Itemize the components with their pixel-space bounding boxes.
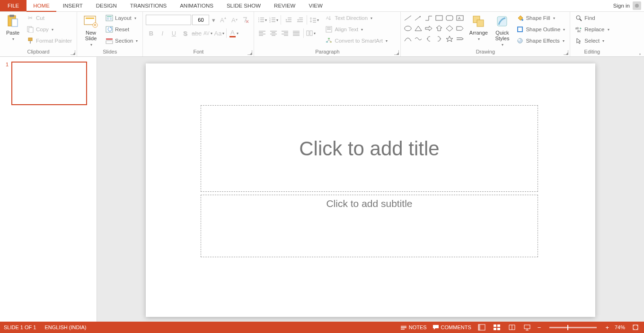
line-spacing-button[interactable]: ▾ <box>309 15 319 25</box>
increase-indent-button[interactable] <box>294 15 305 25</box>
find-button[interactable]: Find <box>573 13 611 23</box>
select-icon <box>575 37 582 45</box>
shape-roundrect-icon[interactable] <box>445 15 454 21</box>
shadow-button[interactable]: S <box>180 28 190 38</box>
char-spacing-button[interactable]: AV▾ <box>203 28 213 38</box>
underline-button[interactable]: U <box>168 28 179 38</box>
shape-triangle-icon[interactable] <box>414 25 423 32</box>
zoom-level[interactable]: 74% <box>615 324 625 330</box>
format-painter-button[interactable]: Format Painter <box>25 36 74 46</box>
slide-counter[interactable]: SLIDE 1 OF 1 <box>4 324 36 330</box>
reset-button[interactable]: Reset <box>104 24 140 35</box>
columns-button[interactable]: ▾ <box>306 28 316 38</box>
svg-point-79 <box>518 39 520 41</box>
subtitle-placeholder[interactable]: Click to add subtitle <box>201 195 538 257</box>
shape-diamond-icon[interactable] <box>445 25 454 32</box>
font-family-select[interactable] <box>146 15 191 25</box>
align-left-button[interactable] <box>257 28 267 38</box>
smartart-button[interactable]: Convert to SmartArt▾ <box>323 36 389 46</box>
shape-curve-icon[interactable] <box>404 36 412 42</box>
grow-font-button[interactable]: A▴ <box>218 15 228 25</box>
shape-rect-icon[interactable] <box>435 15 443 21</box>
new-slide-button[interactable]: ✦ New Slide ▾ <box>80 13 102 48</box>
reset-label: Reset <box>115 27 129 32</box>
sign-in[interactable]: Sign in <box>610 0 644 11</box>
fit-to-window-button[interactable] <box>631 323 640 332</box>
slide-canvas-area[interactable]: Click to add title Click to add subtitle <box>97 57 644 322</box>
shape-arrow-icon[interactable] <box>414 15 423 21</box>
zoom-in-button[interactable]: + <box>605 324 609 331</box>
slide-thumbnail-1[interactable]: 1 <box>6 62 91 105</box>
cut-button[interactable]: ✂Cut <box>25 13 74 23</box>
tab-review[interactable]: REVIEW <box>267 0 302 11</box>
find-label: Find <box>584 15 595 21</box>
normal-view-button[interactable] <box>477 323 486 332</box>
quick-styles-button[interactable]: Quick Styles▾ <box>492 13 512 48</box>
layout-button[interactable]: Layout▾ <box>104 13 140 23</box>
bold-button[interactable]: B <box>146 28 156 38</box>
tab-design[interactable]: DESIGN <box>89 0 124 11</box>
shape-rbrace-icon[interactable] <box>435 36 443 42</box>
select-button[interactable]: Select▾ <box>573 36 611 46</box>
bullets-button[interactable]: ▾ <box>257 15 267 25</box>
numbering-button[interactable]: 123▾ <box>268 15 279 25</box>
text-direction-button[interactable]: AText Direction▾ <box>323 13 389 23</box>
shapes-gallery[interactable]: A <box>404 15 465 45</box>
shape-effects-button[interactable]: Shape Effects▾ <box>514 36 567 46</box>
reading-view-button[interactable] <box>507 323 517 332</box>
arrange-button[interactable]: Arrange▾ <box>467 13 490 42</box>
zoom-slider[interactable] <box>549 327 597 328</box>
group-font: ▾ A▴ A▾ B I U S abc AV▾ Aa▾ A▾ Font <box>143 12 254 56</box>
tab-transitions[interactable]: TRANSITIONS <box>124 0 173 11</box>
decrease-indent-button[interactable] <box>283 15 293 25</box>
tab-insert[interactable]: INSERT <box>56 0 89 11</box>
shape-connector-icon[interactable] <box>414 36 423 42</box>
change-case-button[interactable]: Aa▾ <box>214 28 224 38</box>
strikethrough-button[interactable]: abc <box>191 28 202 38</box>
slideshow-view-button[interactable] <box>522 323 532 332</box>
tab-file[interactable]: FILE <box>0 0 26 11</box>
dialog-launcher[interactable] <box>247 50 252 55</box>
section-button[interactable]: Section▾ <box>104 36 140 46</box>
dialog-launcher[interactable] <box>394 50 399 55</box>
font-color-button[interactable]: A▾ <box>229 28 239 38</box>
clear-formatting-button[interactable] <box>240 15 251 25</box>
tab-animations[interactable]: ANIMATIONS <box>173 0 220 11</box>
italic-button[interactable]: I <box>157 28 168 38</box>
shape-fill-button[interactable]: Shape Fill▾ <box>514 13 567 23</box>
dropdown-caret-icon: ▾ <box>12 36 14 42</box>
tab-view[interactable]: VIEW <box>302 0 329 11</box>
align-text-button[interactable]: Align Text▾ <box>323 24 389 35</box>
shape-oval-icon[interactable] <box>404 25 412 32</box>
tab-home[interactable]: HOME <box>26 0 56 12</box>
comments-toggle[interactable]: COMMENTS <box>432 324 471 330</box>
notes-toggle[interactable]: NOTES <box>400 324 427 330</box>
collapse-ribbon-button[interactable]: ˬ <box>639 49 641 54</box>
shape-outline-button[interactable]: Shape Outline▾ <box>514 24 567 35</box>
shrink-font-button[interactable]: A▾ <box>229 15 239 25</box>
shape-uarrow-icon[interactable] <box>435 25 443 32</box>
replace-button[interactable]: abacReplace▾ <box>573 24 611 35</box>
title-placeholder[interactable]: Click to add title <box>201 105 538 192</box>
sorter-view-button[interactable] <box>492 323 502 332</box>
shape-lbrace-icon[interactable] <box>424 36 433 42</box>
shape-textbox-icon[interactable]: A <box>456 15 464 21</box>
shape-more-icon[interactable] <box>456 36 464 42</box>
shape-rarrow-icon[interactable] <box>424 25 433 32</box>
shape-line-icon[interactable] <box>404 15 412 21</box>
shape-pentagon-icon[interactable] <box>456 25 464 32</box>
dialog-launcher[interactable] <box>564 50 568 55</box>
align-center-button[interactable] <box>268 28 279 38</box>
language-indicator[interactable]: ENGLISH (INDIA) <box>44 324 86 330</box>
shape-star-icon[interactable] <box>445 36 454 42</box>
paste-button[interactable]: Paste ▾ <box>3 13 23 42</box>
shape-elbow-icon[interactable] <box>424 15 433 21</box>
align-right-button[interactable] <box>280 28 290 38</box>
dialog-launcher[interactable] <box>71 50 75 55</box>
copy-button[interactable]: Copy▾ <box>25 24 74 35</box>
zoom-out-button[interactable]: − <box>538 324 541 331</box>
justify-button[interactable] <box>291 28 301 38</box>
tab-slideshow[interactable]: SLIDE SHOW <box>220 0 267 11</box>
dropdown-caret-icon: ▾ <box>52 27 53 32</box>
font-size-select[interactable] <box>192 15 209 25</box>
